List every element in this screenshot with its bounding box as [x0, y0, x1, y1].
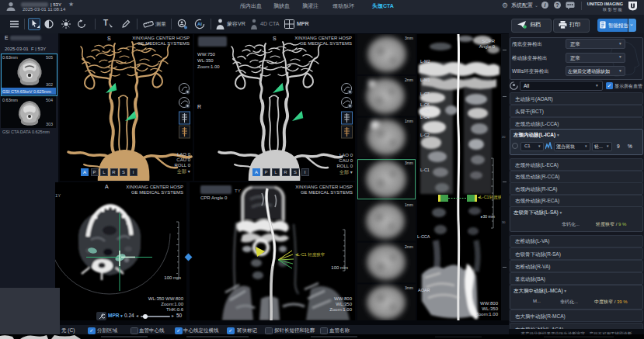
svg-text:AI: AI: [197, 22, 202, 26]
